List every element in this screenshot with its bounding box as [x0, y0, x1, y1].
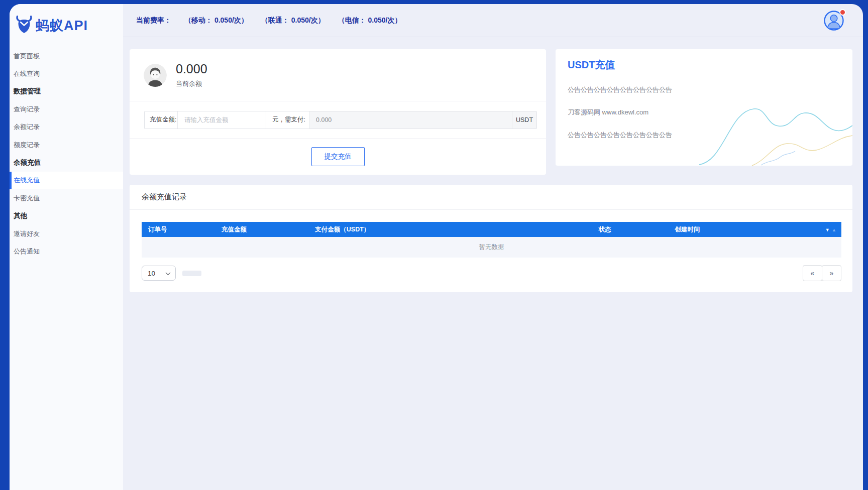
topbar: 当前费率： （移动： 0.050/次） （联通： 0.050/次） （电信： 0… — [123, 4, 863, 37]
current-balance-label: 当前余额 — [176, 79, 207, 88]
records-card-title: 余额充值记录 — [130, 185, 852, 210]
sidebar-section-other: 其他 — [10, 207, 123, 225]
sidebar-item-query-records[interactable]: 查询记录 — [10, 100, 123, 118]
usdt-notice-line: 刀客源码网 www.dkewl.com — [568, 108, 840, 117]
balance-header: 0.000 当前余额 — [130, 49, 546, 101]
rates-label: 当前费率： — [136, 16, 171, 25]
decorative-waves — [697, 90, 852, 166]
sort-desc-icon[interactable]: ▼ — [825, 227, 830, 232]
sidebar: 蚂蚁API 首页面板 在线查询 数据管理 查询记录 余额记录 额度记录 余额充值… — [10, 4, 123, 490]
next-page-button[interactable]: » — [822, 265, 841, 281]
currency-suffix: USDT — [512, 111, 536, 129]
recharge-records-card: 余额充值记录 订单号 充值金额 支付金额（USDT） 状态 创建时间 ▼ ▲ 暂… — [130, 185, 852, 292]
pagination-bar: 10 « » — [142, 265, 841, 281]
sort-asc-icon[interactable]: ▲ — [832, 227, 836, 232]
rate-mobile: （移动： 0.050/次） — [184, 16, 248, 25]
recharge-input-group: 充值金额: 元，需支付: 0.000 USDT — [144, 111, 537, 129]
brand-name: 蚂蚁API — [36, 17, 88, 35]
page-size-value: 10 — [148, 270, 155, 277]
notification-dot — [839, 9, 846, 16]
sidebar-menu: 首页面板 在线查询 数据管理 查询记录 余额记录 额度记录 余额充值 在线充值 … — [10, 47, 123, 261]
recharge-amount-label: 充值金额: — [145, 111, 178, 129]
column-status: 状态 — [599, 222, 611, 237]
pay-amount-label: 元，需支付: — [266, 111, 309, 129]
sidebar-item-quota-records[interactable]: 额度记录 — [10, 136, 123, 154]
table-empty-state: 暂无数据 — [142, 237, 841, 258]
usdt-notice-card: USDT充值 公告公告公告公告公告公告公告公告 刀客源码网 www.dkewl.… — [556, 49, 852, 166]
ant-logo-icon — [14, 15, 35, 36]
balance-recharge-card: 0.000 当前余额 充值金额: 元，需支付: 0.000 USDT — [130, 49, 546, 175]
usdt-card-title: USDT充值 — [568, 58, 840, 72]
submit-area: 提交充值 — [130, 139, 546, 175]
pay-amount-value: 0.000 — [309, 111, 512, 129]
chevron-down-icon — [166, 270, 171, 275]
prev-page-button[interactable]: « — [803, 265, 822, 281]
current-rates: 当前费率： （移动： 0.050/次） （联通： 0.050/次） （电信： 0… — [136, 16, 401, 25]
rate-unicom: （联通： 0.050/次） — [261, 16, 325, 25]
column-order-no: 订单号 — [148, 222, 167, 237]
usdt-notice-line: 公告公告公告公告公告公告公告公告 — [568, 85, 840, 94]
sidebar-item-invite-friends[interactable]: 邀请好友 — [10, 225, 123, 242]
rate-telecom: （电信： 0.050/次） — [338, 16, 402, 25]
sidebar-item-announcements[interactable]: 公告通知 — [10, 242, 123, 260]
sidebar-item-online-query[interactable]: 在线查询 — [10, 65, 123, 82]
sidebar-section-balance-recharge: 余额充值 — [10, 154, 123, 171]
page-content: 0.000 当前余额 充值金额: 元，需支付: 0.000 USDT — [123, 37, 863, 292]
sidebar-item-online-recharge[interactable]: 在线充值 — [10, 172, 123, 189]
sort-control[interactable]: ▼ ▲ — [825, 222, 836, 237]
app-shell: 蚂蚁API 首页面板 在线查询 数据管理 查询记录 余额记录 额度记录 余额充值… — [10, 4, 863, 490]
usdt-notice-line: 公告公告公告公告公告公告公告公告 — [568, 131, 840, 140]
recharge-amount-input[interactable] — [178, 111, 266, 129]
profile-avatar — [144, 64, 167, 87]
column-pay-amount-usdt: 支付金额（USDT） — [315, 222, 370, 237]
submit-recharge-button[interactable]: 提交充值 — [311, 147, 365, 166]
table-header: 订单号 充值金额 支付金额（USDT） 状态 创建时间 ▼ ▲ — [142, 222, 841, 237]
pagination-info-placeholder — [182, 271, 201, 276]
recharge-form: 充值金额: 元，需支付: 0.000 USDT — [130, 101, 546, 139]
user-avatar-button[interactable] — [824, 11, 844, 31]
sidebar-item-card-recharge[interactable]: 卡密充值 — [10, 189, 123, 207]
sidebar-item-dashboard[interactable]: 首页面板 — [10, 47, 123, 65]
column-created-at: 创建时间 — [675, 222, 700, 237]
page-size-select[interactable]: 10 — [142, 266, 176, 281]
sidebar-item-balance-records[interactable]: 余额记录 — [10, 118, 123, 136]
current-balance-value: 0.000 — [176, 62, 207, 76]
sidebar-section-data-management: 数据管理 — [10, 83, 123, 100]
brand-logo[interactable]: 蚂蚁API — [10, 4, 123, 47]
main-area: 当前费率： （移动： 0.050/次） （联通： 0.050/次） （电信： 0… — [123, 4, 863, 490]
column-recharge-amount: 充值金额 — [222, 222, 247, 237]
